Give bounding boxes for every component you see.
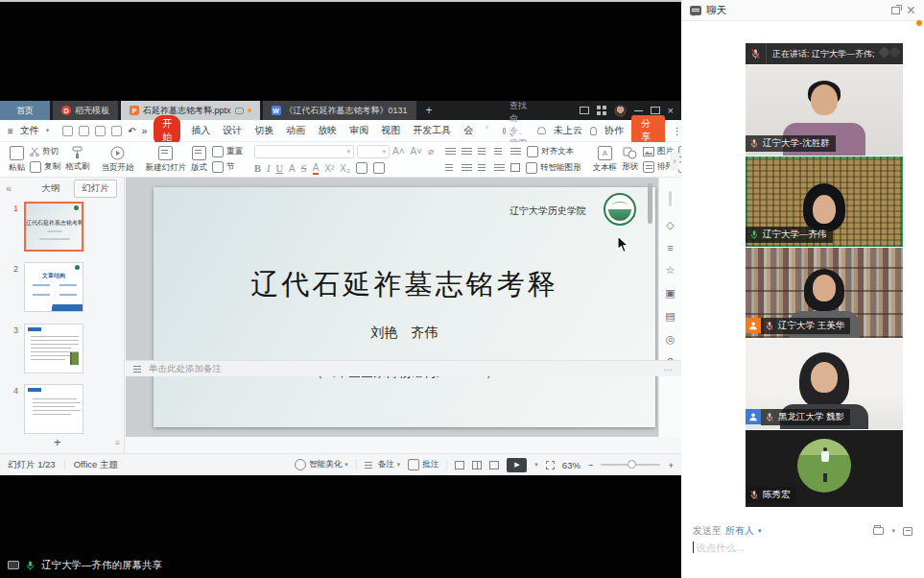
restore-button[interactable] (651, 107, 660, 114)
panel-resize-handle[interactable]: ≡ (115, 439, 120, 447)
font-color-button[interactable]: A (313, 162, 320, 175)
zoom-level[interactable]: 63% (562, 460, 580, 470)
font-family-combobox[interactable]: ▾ (254, 145, 354, 158)
slide-1[interactable]: 辽宁大学历史学院 辽代石延祚墓志铭考释 刘艳 齐伟 （《中国国家博物馆刊》202… (154, 187, 655, 427)
italic-button[interactable]: I (267, 163, 271, 174)
ribbon-tab-devtools[interactable]: 开发工具 (413, 124, 451, 137)
slide-thumbnail-1-selected[interactable]: 辽代石延祚墓志铭考释 (24, 202, 83, 252)
layout-button[interactable]: 版式 (191, 146, 207, 174)
indent-decrease-icon[interactable] (478, 147, 488, 156)
numbering-icon[interactable] (462, 147, 472, 156)
char-spacing-button[interactable]: A (289, 163, 296, 174)
text-effect-icon[interactable] (356, 162, 367, 174)
reading-view-icon[interactable] (489, 461, 499, 470)
ribbon-tab-design[interactable]: 设计 (223, 124, 242, 137)
export-icon[interactable] (95, 126, 106, 136)
split-screen-icon[interactable] (580, 107, 589, 114)
design-pane-icon[interactable]: ▤ (665, 310, 675, 323)
section-button[interactable]: 节 (212, 161, 243, 173)
new-tab-button[interactable]: + (416, 101, 442, 120)
slide-thumbnail-4[interactable] (24, 384, 83, 434)
copy-button[interactable]: 复制 (30, 161, 60, 173)
tab-slides[interactable]: 幻灯片 (74, 180, 117, 198)
zoom-slider-knob[interactable] (628, 460, 636, 469)
bullets-icon[interactable] (445, 147, 456, 156)
ribbon-tab-transition[interactable]: 切换 (254, 124, 273, 137)
qat-overflow-icon[interactable]: » (142, 126, 148, 136)
highlight-icon[interactable] (373, 162, 385, 174)
align-center-icon[interactable] (462, 163, 472, 172)
tab-docer[interactable]: D 稻壳模板 (53, 101, 118, 120)
paste-button[interactable]: 粘贴 (9, 146, 25, 174)
notes-bar[interactable]: 单击此处添加备注 ⋯ (126, 360, 681, 376)
hamburger-icon[interactable]: ≡ (8, 126, 13, 136)
play-options-icon[interactable]: ▾ (534, 461, 538, 469)
participant-tile-5-camera-off[interactable]: 陈秀宏 (746, 430, 903, 507)
text-box-button[interactable]: A 文本框 (593, 146, 618, 174)
ribbon-tab-review[interactable]: 审阅 (349, 124, 368, 137)
participant-tile-4[interactable]: 黑龙江大学 魏影 (746, 339, 903, 429)
slide-thumbnail-2[interactable]: 文章结构 (24, 262, 83, 312)
indent-increase-icon[interactable] (494, 147, 505, 156)
participant-tile-3[interactable]: 辽宁大学 王美华 (746, 248, 903, 338)
preview-icon[interactable] (111, 126, 122, 136)
properties-icon[interactable]: ≡ (667, 242, 673, 253)
notification-widget[interactable] (910, 21, 921, 33)
ribbon-tab-member[interactable]: 会 (463, 124, 473, 137)
ribbon-tab-animation[interactable]: 动画 (286, 124, 305, 137)
ribbon-tab-view[interactable]: 视图 (381, 124, 400, 137)
beautify-button[interactable]: 智能美化 ▾ (295, 459, 348, 470)
close-chat-icon[interactable]: × (907, 2, 915, 19)
mute-all-icon[interactable] (746, 43, 767, 64)
chat-history-icon[interactable] (873, 527, 884, 535)
cut-button[interactable]: 剪切 (30, 146, 60, 157)
collaborate-label[interactable]: 协作 (604, 124, 624, 137)
send-target-selector[interactable]: 所有人 (725, 524, 754, 538)
to-smartart-button[interactable]: 转智能图形 (526, 162, 581, 174)
canvas-scrollbar[interactable] (648, 183, 652, 224)
popout-icon[interactable] (891, 7, 900, 14)
screenshot-icon[interactable] (903, 527, 912, 536)
align-right-icon[interactable] (478, 163, 488, 172)
ribbon-expand-button[interactable]: › (670, 152, 679, 171)
line-spacing-icon[interactable] (510, 147, 521, 156)
zoom-slider[interactable] (601, 464, 660, 466)
new-slide-button[interactable]: 新建幻灯片 (146, 146, 187, 174)
participant-tile-2-speaking[interactable]: 辽宁大学—齐伟 (746, 157, 903, 247)
cloud-status-icon[interactable] (537, 127, 546, 134)
docer-resources-icon[interactable]: ◇ (666, 219, 674, 231)
justify-icon[interactable] (494, 163, 505, 172)
theme-name[interactable]: Office 主题 (74, 459, 118, 471)
chevron-down-icon[interactable]: ▾ (758, 527, 762, 535)
slideshow-play-button[interactable]: ▶ (507, 458, 527, 472)
format-painter-button[interactable]: 格式刷 (65, 146, 90, 173)
tab-home[interactable]: 首页 (0, 101, 50, 120)
save-icon[interactable] (62, 126, 73, 136)
zoom-in-button[interactable]: + (668, 460, 674, 470)
align-text-button[interactable]: 对齐文本 (527, 146, 574, 157)
superscript-button[interactable]: X² (324, 163, 334, 174)
notes-toggle-button[interactable]: 备注 ▾ (365, 459, 401, 470)
cloud-status-label[interactable]: 未上云 (554, 124, 582, 137)
collaborate-icon[interactable] (590, 127, 597, 135)
favorites-icon[interactable]: ☆ (666, 264, 675, 277)
ribbon-tab-insert[interactable]: 插入 (191, 124, 210, 137)
font-size-combobox[interactable]: ▾ (357, 145, 390, 158)
selection-pane-icon[interactable]: ▣ (665, 287, 675, 300)
bold-button[interactable]: B (254, 163, 261, 174)
tabs-overflow-icon[interactable]: › (486, 124, 487, 137)
reset-button[interactable]: 重置 (212, 146, 243, 157)
close-button[interactable]: × (668, 106, 674, 116)
file-menu[interactable]: 文件 (20, 124, 39, 137)
shape-button[interactable]: 形状 (622, 147, 638, 173)
tab-outline[interactable]: 大纲 (35, 181, 66, 197)
clear-format-icon[interactable]: ⌀ (428, 146, 434, 157)
tab-presentation-active[interactable]: P 石延祚墓志铭考释.pptx (121, 101, 260, 120)
print-icon[interactable] (79, 126, 89, 136)
participant-tile-1[interactable]: 辽宁大学-沈胜群 (746, 65, 903, 156)
underline-button[interactable]: U (276, 163, 284, 174)
ribbon-tab-slideshow[interactable]: 放映 (318, 124, 337, 137)
align-left-icon[interactable] (445, 163, 456, 172)
subscript-button[interactable]: X₂ (340, 163, 350, 174)
decrease-font-icon[interactable]: A˅ (411, 146, 423, 157)
